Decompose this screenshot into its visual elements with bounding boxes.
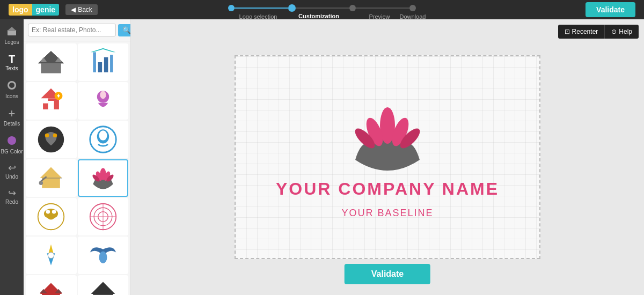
topbar: logo genie ◀ Back Logo selection Customi… [0,0,644,19]
sidebar-item-redo[interactable]: ↪ Redo [0,184,24,209]
step-preview: Preview [349,5,409,11]
svg-point-49 [99,252,107,263]
company-name[interactable]: YOUR COMPANY NAME [276,179,499,199]
step-label-customization: Customization [298,13,339,19]
svg-rect-10 [104,57,108,72]
recenter-label: Recenter [572,28,598,35]
bottom-validate: Validate [345,264,430,284]
main-area: Logos T Texts Icons + Details [0,19,644,295]
step-line-2 [296,8,349,9]
search-button[interactable]: 🔍 [118,24,131,36]
step-dot-logo-selection [228,5,235,11]
back-label: Back [78,6,92,13]
svg-marker-54 [91,282,115,294]
help-label: Help [619,28,632,35]
sidebar-item-bg-color[interactable]: BG Color [0,131,24,159]
sidebar-item-details[interactable]: + Details [0,104,24,131]
logo-thumb-9[interactable] [26,198,77,235]
redo-icon: ↪ [8,188,16,198]
step-download: Download [409,5,416,11]
svg-point-4 [8,136,16,145]
step-dot-preview [349,5,356,11]
sidebar-item-undo-label: Undo [5,174,18,180]
logo-thumb-10[interactable] [78,198,129,235]
recenter-icon: ⊡ [565,28,570,35]
step-line-3 [356,8,409,9]
sidebar-icons: Logos T Texts Icons + Details [0,19,24,295]
svg-point-23 [53,134,57,137]
svg-marker-1 [7,27,17,31]
logo-thumb-4[interactable] [78,82,129,120]
validate-button-top[interactable]: Validate [586,2,635,17]
topbar-left: logo genie ◀ Back [9,4,98,16]
icons-icon [6,80,17,92]
svg-point-31 [39,181,43,185]
canvas-area: ⊡ Recenter ⊙ Help [131,19,644,295]
sidebar-item-texts-label: Texts [5,65,18,71]
svg-rect-28 [42,178,60,188]
search-bar: 🔍 [24,19,130,41]
canvas-logo[interactable] [339,95,436,171]
svg-marker-27 [40,167,62,178]
logo-thumb-14[interactable] [78,275,129,295]
help-button[interactable]: ⊙ Help [605,25,639,39]
logo-thumb-12[interactable] [78,237,129,274]
step-logo-selection: Logo selection [228,5,288,11]
logo-thumb-13[interactable] [26,275,77,295]
texts-icon: T [9,54,15,64]
back-arrow-icon: ◀ [71,6,76,13]
sidebar-item-details-label: Details [4,121,20,127]
validate-button-bottom[interactable]: Validate [345,264,430,284]
sidebar-item-redo-label: Redo [5,199,18,205]
logo-thumb-1[interactable] [26,43,77,81]
svg-rect-17 [43,98,48,103]
sidebar-item-undo[interactable]: ↩ Undo [0,159,24,184]
logo-grid [24,41,130,295]
svg-point-39 [46,210,50,213]
sidebar-item-icons-label: Icons [5,93,18,99]
svg-point-40 [52,210,56,213]
back-button[interactable]: ◀ Back [65,4,98,15]
logo-thumb-3[interactable] [26,82,77,120]
step-line-1 [235,8,288,9]
canvas-toolbar: ⊡ Recenter ⊙ Help [558,25,639,39]
svg-point-22 [45,134,49,137]
help-icon: ⊙ [611,28,617,35]
brand-logo: logo genie [9,4,59,16]
canvas-frame: YOUR COMPANY NAME YOUR BASELINE [235,55,540,259]
logo-thumb-2[interactable] [78,43,129,81]
svg-marker-13 [90,48,115,52]
steps-nav: Logo selection Customization Preview Dow… [228,4,416,12]
svg-rect-12 [110,55,113,72]
svg-point-3 [9,83,14,88]
sidebar-item-icons[interactable]: Icons [0,76,24,104]
svg-rect-6 [41,63,61,73]
undo-icon: ↩ [8,163,16,173]
step-customization: Customization [288,4,349,12]
logo-panel: 🔍 [24,19,131,295]
details-icon: + [9,108,16,120]
logo-thumb-7[interactable] [26,159,77,197]
baseline-text[interactable]: YOUR BASELINE [341,208,433,219]
logo-thumb-8[interactable] [78,159,129,197]
svg-point-48 [48,252,54,258]
svg-point-20 [100,91,106,99]
recenter-button[interactable]: ⊡ Recenter [558,25,605,39]
sidebar-item-texts[interactable]: T Texts [0,49,24,76]
step-dot-download [409,5,416,11]
svg-rect-9 [98,62,101,72]
logo-thumb-5[interactable] [26,121,77,158]
logo-thumb-11[interactable] [26,237,77,274]
svg-point-38 [44,209,58,219]
sidebar-item-logos[interactable]: Logos [0,21,24,49]
sidebar-item-bg-color-label: BG Color [1,149,23,154]
logos-icon [6,26,17,38]
canvas-content: YOUR COMPANY NAME YOUR BASELINE [276,95,499,219]
svg-rect-11 [93,52,96,72]
sidebar-item-logos-label: Logos [4,39,19,45]
bg-color-icon [6,135,17,148]
step-dot-customization [288,4,296,12]
svg-rect-16 [48,101,54,109]
search-input[interactable] [28,24,116,36]
logo-thumb-6[interactable] [78,121,129,158]
